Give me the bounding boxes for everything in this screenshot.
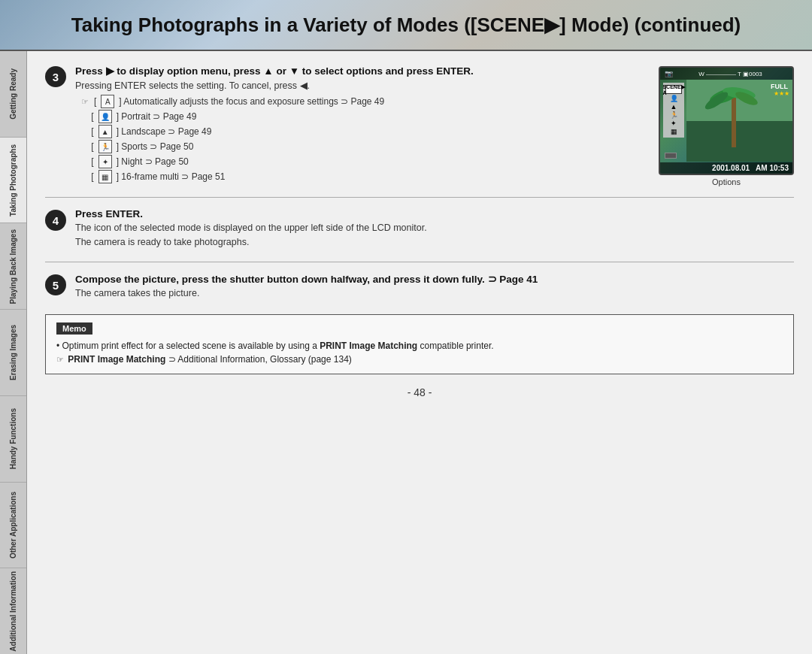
separator bbox=[45, 262, 794, 262]
sidebar-item-getting-ready[interactable]: Getting Ready bbox=[0, 51, 26, 138]
sidebar-label: Getting Ready bbox=[9, 68, 17, 120]
main-area: Getting Ready Taking Photographs Playing… bbox=[0, 51, 812, 654]
cam-zoom: W ――――― T ▣0003 bbox=[673, 71, 788, 77]
step5-section: 5 Compose the picture, press the shutter… bbox=[45, 273, 794, 302]
step3-text: Press ▶ to display option menu, press ▲ … bbox=[75, 65, 647, 185]
sidebar-item-additional-info[interactable]: Additional Information bbox=[0, 568, 26, 654]
page-number: - 48 - bbox=[45, 382, 794, 401]
step3-subtitle: Pressing ENTER selects the setting. To c… bbox=[75, 80, 647, 91]
sidebar-item-handy-functions[interactable]: Handy Functions bbox=[0, 396, 26, 483]
step4-content: Press ENTER. The icon of the selected mo… bbox=[75, 208, 794, 251]
page-title: Taking Photographs in a Variety of Modes… bbox=[71, 14, 741, 37]
list-item: [✦] Night ⊃ Page 50 bbox=[81, 155, 647, 168]
sidebar-item-playing-back[interactable]: Playing Back Images bbox=[0, 223, 26, 310]
cam-stars: ★★★ bbox=[774, 90, 789, 97]
icon-auto: A bbox=[101, 95, 114, 108]
cam-scene-icon-night: ✦ bbox=[671, 120, 677, 127]
icon-landscape: ▲ bbox=[98, 125, 112, 138]
step3-section: 3 Press ▶ to display option menu, press … bbox=[45, 65, 794, 186]
cam-datetime: 2001.08.01 AM 10:53 bbox=[660, 162, 792, 174]
step3-number: 3 bbox=[45, 66, 66, 87]
list-item: [▲] Landscape ⊃ Page 49 bbox=[81, 125, 647, 138]
memo-header: Memo bbox=[56, 322, 92, 335]
memo-note-icon: ☞ bbox=[56, 355, 64, 364]
svg-rect-2 bbox=[686, 121, 792, 162]
step3-row: Press ▶ to display option menu, press ▲ … bbox=[75, 65, 794, 186]
cam-scene-icon-sports: 🏃 bbox=[670, 112, 678, 119]
sidebar-item-taking-photographs[interactable]: Taking Photographs bbox=[0, 138, 26, 224]
step4-title: Press ENTER. bbox=[75, 208, 794, 220]
camera-display-wrapper: 📷 W ――――― T ▣0003 SCENE▶ A 👤 bbox=[659, 65, 794, 186]
cam-scene-icon-landscape: ▲ bbox=[671, 104, 677, 111]
step3-title: Press ▶ to display option menu, press ▲ … bbox=[75, 65, 647, 77]
step3-list: ☞ [A] Automatically adjusts the focus an… bbox=[81, 95, 647, 183]
step5-desc: The camera takes the picture. bbox=[75, 288, 794, 298]
sidebar-label: Other Applications bbox=[9, 492, 17, 559]
step4-desc2: The camera is ready to take photographs. bbox=[75, 237, 794, 247]
step5-number: 5 bbox=[45, 274, 66, 295]
sidebar-label: Handy Functions bbox=[9, 408, 17, 469]
note-icon: ☞ bbox=[81, 97, 89, 107]
main-content: 3 Press ▶ to display option menu, press … bbox=[27, 51, 812, 654]
cam-battery bbox=[665, 153, 677, 159]
cam-scene-icon-portrait: 👤 bbox=[670, 95, 678, 102]
sidebar: Getting Ready Taking Photographs Playing… bbox=[0, 51, 27, 654]
sidebar-label: Erasing Images bbox=[9, 325, 17, 380]
step5-title: Compose the picture, press the shutter b… bbox=[75, 273, 794, 285]
cam-icon: 📷 bbox=[665, 70, 673, 77]
step3-content: Press ▶ to display option menu, press ▲ … bbox=[75, 65, 794, 186]
camera-screen: 📷 W ――――― T ▣0003 SCENE▶ A 👤 bbox=[660, 68, 792, 174]
separator bbox=[45, 197, 794, 198]
icon-portrait: 👤 bbox=[98, 110, 112, 123]
memo-content: • Optimum print effect for a selected sc… bbox=[56, 339, 783, 366]
step4-section: 4 Press ENTER. The icon of the selected … bbox=[45, 208, 794, 251]
svg-rect-3 bbox=[732, 95, 736, 147]
cam-scene-icon-multi: ▦ bbox=[671, 129, 677, 135]
memo-bullet-symbol: • bbox=[56, 341, 59, 351]
sidebar-label: Additional Information bbox=[9, 571, 17, 652]
sidebar-label: Playing Back Images bbox=[9, 229, 17, 304]
options-label: Options bbox=[659, 177, 794, 186]
cam-top-bar: 📷 W ――――― T ▣0003 bbox=[660, 68, 792, 80]
icon-night: ✦ bbox=[98, 155, 112, 168]
step5-content: Compose the picture, press the shutter b… bbox=[75, 273, 794, 302]
step4-number: 4 bbox=[45, 210, 66, 231]
list-item: [▦] 16-frame multi ⊃ Page 51 bbox=[81, 170, 647, 183]
page-header: Taking Photographs in a Variety of Modes… bbox=[0, 0, 812, 51]
step4-desc1: The icon of the selected mode is display… bbox=[75, 223, 794, 233]
cam-full-label: FULL bbox=[771, 83, 788, 90]
icon-multiframe: ▦ bbox=[98, 170, 112, 183]
sidebar-item-other-applications[interactable]: Other Applications bbox=[0, 483, 26, 569]
cam-scene-panel: SCENE▶ A 👤 ▲ 🏃 ✦ ▦ bbox=[663, 83, 684, 138]
list-item: [🏃] Sports ⊃ Page 50 bbox=[81, 140, 647, 153]
sidebar-label: Taking Photographs bbox=[9, 144, 17, 216]
sidebar-item-erasing[interactable]: Erasing Images bbox=[0, 310, 26, 396]
camera-display: 📷 W ――――― T ▣0003 SCENE▶ A 👤 bbox=[659, 66, 794, 175]
list-item: [👤] Portrait ⊃ Page 49 bbox=[81, 110, 647, 123]
memo-box: Memo • Optimum print effect for a select… bbox=[45, 314, 794, 374]
page-wrapper: Taking Photographs in a Variety of Modes… bbox=[0, 0, 812, 654]
cam-scene-mode: SCENE▶ A bbox=[665, 85, 682, 94]
list-item: ☞ [A] Automatically adjusts the focus an… bbox=[81, 95, 647, 108]
icon-sports: 🏃 bbox=[98, 140, 112, 153]
